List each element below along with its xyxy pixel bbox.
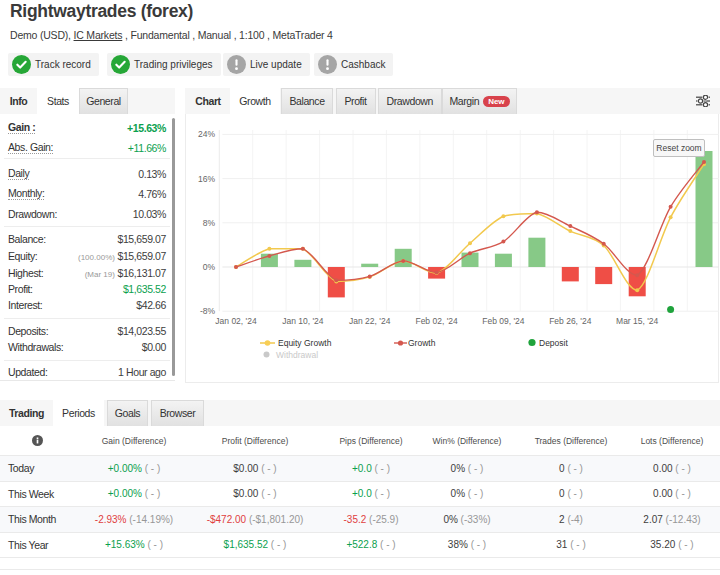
svg-text:Growth: Growth: [408, 338, 436, 348]
svg-text:Equity Growth: Equity Growth: [278, 338, 332, 348]
svg-text:16%: 16%: [198, 174, 215, 184]
svg-text:Jan 22, '24: Jan 22, '24: [349, 316, 391, 326]
svg-text:8%: 8%: [203, 218, 216, 228]
svg-text:Feb 09, '24: Feb 09, '24: [482, 316, 525, 326]
svg-text:-8%: -8%: [200, 306, 216, 316]
svg-text:Deposit: Deposit: [539, 338, 568, 348]
svg-text:Feb 26, '24: Feb 26, '24: [549, 316, 592, 326]
svg-text:24%: 24%: [198, 129, 215, 139]
svg-text:Withdrawal: Withdrawal: [276, 350, 318, 360]
svg-text:Mar 15, '24: Mar 15, '24: [616, 316, 659, 326]
svg-text:Feb 02, '24: Feb 02, '24: [415, 316, 458, 326]
svg-text:Jan 02, '24: Jan 02, '24: [215, 316, 257, 326]
svg-text:0%: 0%: [203, 262, 216, 272]
svg-text:Jan 10, '24: Jan 10, '24: [282, 316, 324, 326]
